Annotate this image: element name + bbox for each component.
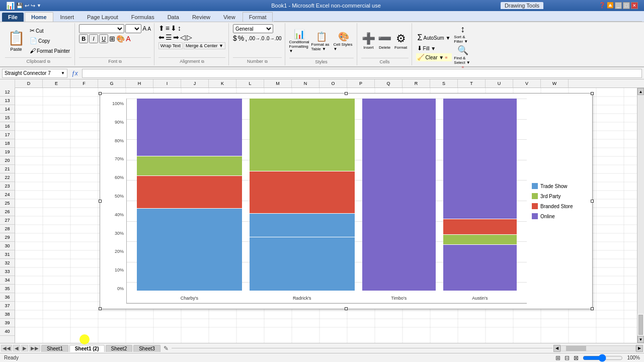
decrease-indent-icon[interactable]: ◁ [180, 33, 186, 41]
hscroll-right[interactable]: ▶ [636, 345, 643, 352]
name-box-dropdown[interactable]: ▼ [61, 71, 65, 75]
col-header-l[interactable]: L [236, 79, 264, 87]
col-header-n[interactable]: N [292, 79, 319, 87]
chart-object[interactable]: 100% 90% 80% 70% 60% 50% 40% 30% 20% 10%… [100, 93, 593, 309]
scroll-up-button[interactable]: ▲ [637, 88, 644, 95]
row-header-13[interactable]: 13 [0, 97, 15, 105]
tab-file[interactable]: File [2, 13, 24, 22]
col-header-p[interactable]: P [347, 79, 375, 87]
bold-button[interactable]: B [79, 34, 88, 43]
horizontal-scrollbar[interactable]: ◀ ▶ [553, 344, 643, 352]
comma-icon[interactable]: , [245, 34, 247, 42]
col-header-u[interactable]: U [486, 79, 513, 87]
col-header-k[interactable]: K [209, 79, 236, 87]
row-header-38[interactable]: 38 [0, 310, 15, 319]
row-header-35[interactable]: 35 [0, 285, 15, 293]
tab-page-layout[interactable]: Page Layout [81, 13, 124, 22]
zoom-page-icon[interactable]: ⊟ [565, 354, 570, 361]
delete-cells-button[interactable]: ➖ Delete [377, 32, 392, 50]
row-header-37[interactable]: 37 [0, 302, 15, 310]
conditional-formatting-button[interactable]: 📊 Conditional Formatting ▼ [289, 29, 309, 53]
row-header-23[interactable]: 23 [0, 182, 15, 191]
tab-sheet3[interactable]: Sheet3 [133, 345, 160, 352]
sort-filter-button[interactable]: ↕ Sort & Filter ▼ [454, 24, 471, 44]
tab-insert[interactable]: Insert [54, 13, 80, 22]
tab-sheet2[interactable]: Sheet2 [106, 345, 133, 352]
sheet-tab-back[interactable]: ◀ [13, 345, 20, 351]
scroll-thumb[interactable] [638, 315, 643, 335]
row-header-27[interactable]: 27 [0, 216, 15, 225]
font-size-select[interactable] [125, 24, 141, 33]
name-box[interactable]: Straight Connector 7 ▼ [2, 69, 67, 78]
currency-icon[interactable]: $ [233, 34, 237, 42]
bar-charbys[interactable]: Charby's [137, 99, 242, 291]
bar-austins[interactable]: Austin's [443, 99, 517, 291]
col-header-o[interactable]: O [319, 79, 347, 87]
maximize-button[interactable]: □ [623, 2, 630, 9]
number-format-select[interactable]: General [233, 24, 273, 33]
col-header-r[interactable]: R [403, 79, 430, 87]
format-cells-button[interactable]: ⚙ Format [393, 32, 409, 50]
font-name-select[interactable] [79, 24, 124, 33]
row-header-26[interactable]: 26 [0, 208, 15, 216]
tab-sheet1-2[interactable]: Sheet1 (2) [69, 345, 105, 352]
row-header-29[interactable]: 29 [0, 233, 15, 242]
row-header-40[interactable]: 40 [0, 327, 15, 336]
find-select-button[interactable]: 🔍 Find & Select ▼ = [454, 45, 471, 69]
col-header-v[interactable]: V [513, 79, 541, 87]
fill-color-button[interactable]: 🎨 [116, 35, 125, 43]
bar-timbos[interactable]: Timbo's [362, 99, 436, 291]
formula-input[interactable] [82, 69, 642, 78]
row-header-32[interactable]: 32 [0, 259, 15, 267]
paste-button[interactable]: 📋 Paste [5, 25, 27, 56]
font-grow-icon[interactable]: A [142, 25, 146, 32]
row-header-39[interactable]: 39 [0, 319, 15, 327]
row-header-17[interactable]: 17 [0, 131, 15, 139]
underline-button[interactable]: U [99, 34, 108, 43]
minimize-button[interactable]: _ [615, 2, 622, 9]
row-header-14[interactable]: 14 [0, 105, 15, 114]
row-header-24[interactable]: 24 [0, 191, 15, 199]
col-header-m[interactable]: M [264, 79, 292, 87]
sheet-tab-forward[interactable]: ▶ [21, 345, 28, 351]
fill-button[interactable]: ⬇ Fill ▼ [416, 44, 452, 52]
row-header-30[interactable]: 30 [0, 242, 15, 250]
row-header-20[interactable]: 20 [0, 156, 15, 165]
font-shrink-icon[interactable]: A [147, 26, 151, 32]
row-header-22[interactable]: 22 [0, 173, 15, 182]
row-header-12[interactable]: 12 [0, 88, 15, 97]
col-header-g[interactable]: G [98, 79, 126, 87]
col-header-f[interactable]: F [70, 79, 98, 87]
wrap-text-button[interactable]: Wrap Text [158, 42, 183, 49]
col-header-e[interactable]: E [43, 79, 70, 87]
col-header-w[interactable]: W [541, 79, 569, 87]
row-header-34[interactable]: 34 [0, 276, 15, 285]
row-header-16[interactable]: 16 [0, 122, 15, 131]
row-header-33[interactable]: 33 [0, 267, 15, 276]
help-icon[interactable]: ❓ [599, 2, 606, 9]
align-middle-icon[interactable]: ≡ [166, 24, 170, 32]
format-as-table-button[interactable]: 📋 Format as Table ▼ [311, 31, 332, 51]
col-header-j[interactable]: J [181, 79, 209, 87]
tab-formulas[interactable]: Formulas [125, 13, 160, 22]
redo-icon[interactable]: ↪ [31, 3, 35, 9]
add-sheet-icon[interactable]: ✎ [162, 345, 171, 352]
align-center-icon[interactable]: ☰ [166, 33, 172, 41]
row-header-36[interactable]: 36 [0, 293, 15, 302]
col-header-s[interactable]: S [430, 79, 458, 87]
merge-center-button[interactable]: Merge & Center ▼ [184, 42, 225, 49]
insert-cells-button[interactable]: ➕ Insert [361, 32, 376, 50]
zoom-slider[interactable] [583, 355, 623, 360]
scroll-track[interactable] [637, 95, 644, 314]
copy-button[interactable]: 📄 Copy [28, 36, 71, 45]
col-header-i[interactable]: I [153, 79, 181, 87]
clear-button[interactable]: 🧹 Clear ▼ = [416, 53, 452, 61]
italic-button[interactable]: I [89, 34, 98, 43]
sheet-tab-prev[interactable]: ◀◀ [1, 345, 12, 351]
col-header-q[interactable]: Q [375, 79, 403, 87]
undo-icon[interactable]: ↩ [25, 3, 29, 9]
zoom-normal-icon[interactable]: ⊞ [555, 354, 560, 361]
bar-radricks[interactable]: Radrick's [250, 99, 355, 291]
format-painter-button[interactable]: 🖌 Format Painter [28, 46, 71, 55]
row-header-19[interactable]: 19 [0, 148, 15, 156]
